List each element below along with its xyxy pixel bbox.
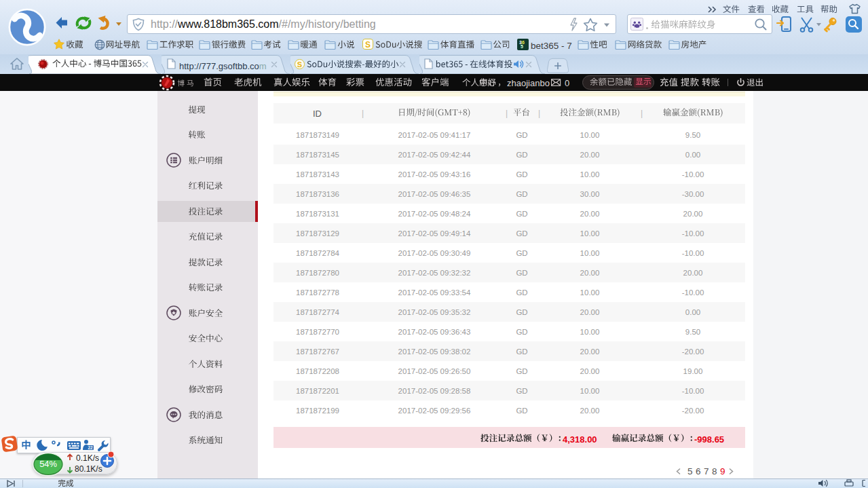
svg-text:S: S bbox=[365, 40, 371, 50]
svg-text:54%: 54% bbox=[39, 459, 57, 469]
svg-text:22: 22 bbox=[88, 445, 93, 450]
svg-text:5: 5 bbox=[521, 44, 523, 49]
svg-text:S: S bbox=[297, 60, 302, 69]
